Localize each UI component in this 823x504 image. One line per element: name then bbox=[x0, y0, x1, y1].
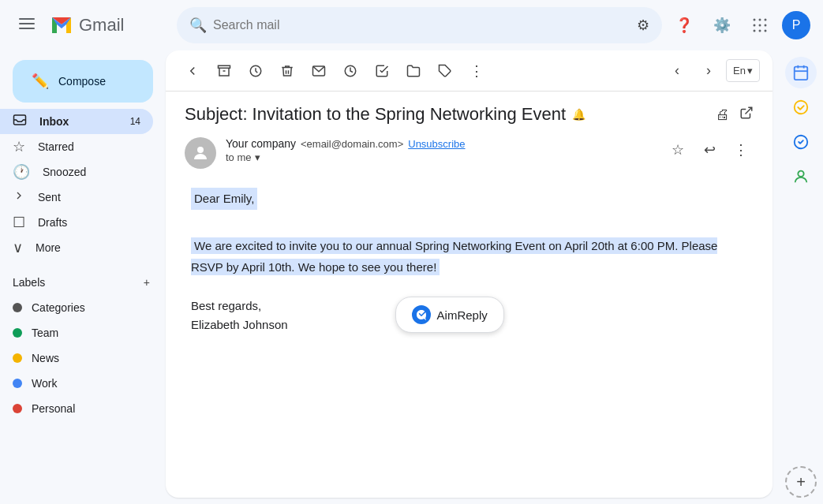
topbar: Gmail 🔍 ⚙ ❓ ⚙️ P bbox=[0, 0, 823, 50]
svg-rect-0 bbox=[19, 18, 35, 20]
label-button[interactable] bbox=[431, 57, 459, 85]
svg-point-7 bbox=[759, 24, 761, 27]
snoozed-label: Snoozed bbox=[43, 166, 140, 178]
right-panel-contacts[interactable] bbox=[785, 161, 817, 192]
starred-label: Starred bbox=[38, 140, 140, 153]
search-input[interactable] bbox=[213, 18, 630, 32]
sidebar-item-inbox[interactable]: Inbox 14 bbox=[0, 109, 153, 134]
sidebar: ✏️ Compose Inbox 14 ☆ Starred 🕐 Snoozed … bbox=[0, 50, 166, 504]
sidebar-item-snoozed[interactable]: 🕐 Snoozed bbox=[0, 159, 153, 185]
sender-display-name: Your company bbox=[226, 137, 296, 150]
snooze-button[interactable] bbox=[241, 57, 270, 85]
ai-reply-label: AimReply bbox=[437, 308, 488, 322]
ai-reply-container: AimReply bbox=[395, 297, 504, 333]
snoozed-icon: 🕐 bbox=[13, 163, 30, 181]
help-icon[interactable]: ❓ bbox=[668, 9, 700, 41]
work-dot bbox=[13, 379, 22, 388]
sidebar-item-starred[interactable]: ☆ Starred bbox=[0, 134, 153, 159]
email-header: Your company <email@domain.com> Unsubscr… bbox=[185, 137, 754, 169]
subject-text: Subject: Invitation to the Spring Networ… bbox=[185, 104, 566, 125]
reply-icon[interactable]: ↩ bbox=[697, 137, 722, 162]
to-label: to me bbox=[226, 151, 252, 163]
email-body: Subject: Invitation to the Spring Networ… bbox=[166, 91, 772, 498]
add-label-icon[interactable]: + bbox=[140, 273, 153, 292]
svg-point-25 bbox=[795, 101, 808, 114]
right-panel-tasks[interactable] bbox=[785, 91, 817, 123]
work-label: Work bbox=[32, 377, 57, 390]
sidebar-item-sent[interactable]: Sent bbox=[0, 185, 153, 210]
right-panel: + bbox=[779, 50, 823, 504]
menu-icon[interactable] bbox=[13, 9, 41, 42]
svg-line-18 bbox=[746, 107, 752, 114]
task-button[interactable] bbox=[368, 57, 396, 85]
categories-dot bbox=[13, 303, 22, 312]
svg-rect-2 bbox=[19, 28, 35, 29]
svg-rect-21 bbox=[795, 67, 808, 80]
lang-chevron-icon: ▾ bbox=[747, 65, 753, 77]
compose-button[interactable]: ✏️ Compose bbox=[13, 60, 153, 103]
email-header-actions: ☆ ↩ ⋮ bbox=[665, 137, 754, 162]
sidebar-item-drafts[interactable]: ☐ Drafts bbox=[0, 210, 153, 235]
label-team[interactable]: Team bbox=[0, 320, 153, 345]
print-icon[interactable]: 🖨 bbox=[716, 106, 730, 123]
svg-point-27 bbox=[798, 171, 803, 177]
email-area: ⋮ ‹ › En ▾ Subject: Invitation to the Sp… bbox=[166, 50, 772, 498]
inbox-label: Inbox bbox=[39, 115, 118, 128]
search-filter-icon[interactable]: ⚙ bbox=[637, 17, 649, 34]
labels-section: Labels + bbox=[0, 267, 166, 295]
ai-reply-button[interactable]: AimReply bbox=[395, 297, 504, 333]
settings-icon[interactable]: ⚙️ bbox=[706, 9, 738, 41]
label-categories[interactable]: Categories bbox=[0, 295, 153, 320]
subject-actions: 🖨 bbox=[716, 106, 754, 124]
label-news[interactable]: News bbox=[0, 345, 153, 371]
sender-email-address: <email@domain.com> bbox=[301, 138, 403, 150]
delete-button[interactable] bbox=[273, 57, 301, 85]
email-content: Dear Emily, We are excited to invite you… bbox=[185, 188, 754, 334]
sidebar-item-more[interactable]: ∨ More bbox=[0, 235, 153, 260]
svg-point-6 bbox=[754, 24, 756, 27]
language-button[interactable]: En ▾ bbox=[726, 59, 760, 82]
right-panel-keep[interactable] bbox=[785, 126, 817, 158]
more-header-icon[interactable]: ⋮ bbox=[728, 137, 754, 162]
right-panel-add[interactable]: + bbox=[785, 466, 817, 498]
nav-prev-button[interactable]: ‹ bbox=[663, 57, 691, 85]
snooze2-button[interactable] bbox=[336, 57, 365, 85]
open-in-new-icon[interactable] bbox=[739, 106, 754, 124]
more-actions-button[interactable]: ⋮ bbox=[462, 57, 491, 85]
right-panel-calendar[interactable] bbox=[785, 57, 817, 88]
signature-line2: Elizabeth Johnson bbox=[191, 315, 288, 334]
svg-point-8 bbox=[765, 24, 767, 27]
sent-label: Sent bbox=[38, 191, 140, 203]
nav-next-button[interactable]: › bbox=[694, 57, 723, 85]
move-button[interactable] bbox=[399, 57, 428, 85]
subject-bell-icon: 🔔 bbox=[572, 108, 585, 121]
topbar-logo: Gmail bbox=[13, 9, 170, 42]
label-work[interactable]: Work bbox=[0, 371, 153, 396]
to-expand-icon[interactable]: ▾ bbox=[255, 151, 260, 163]
personal-dot bbox=[13, 404, 22, 413]
news-dot bbox=[13, 353, 22, 363]
sender-avatar bbox=[185, 137, 216, 169]
signature-line1: Best regards, bbox=[191, 297, 288, 315]
lang-label: En bbox=[733, 65, 746, 77]
drafts-label: Drafts bbox=[38, 216, 140, 229]
compose-label: Compose bbox=[58, 75, 106, 88]
unsubscribe-link[interactable]: Unsubscribe bbox=[408, 138, 465, 150]
user-avatar[interactable]: P bbox=[782, 11, 810, 39]
svg-point-11 bbox=[765, 30, 767, 32]
apps-icon[interactable] bbox=[744, 9, 776, 41]
email-toolbar: ⋮ ‹ › En ▾ bbox=[166, 50, 772, 91]
star-icon[interactable]: ☆ bbox=[665, 137, 690, 162]
personal-label: Personal bbox=[32, 402, 75, 415]
archive-button[interactable] bbox=[210, 57, 238, 85]
svg-point-9 bbox=[754, 30, 756, 32]
main-layout: ✏️ Compose Inbox 14 ☆ Starred 🕐 Snoozed … bbox=[0, 50, 823, 504]
label-personal[interactable]: Personal bbox=[0, 396, 153, 421]
topbar-right: ❓ ⚙️ P bbox=[668, 9, 810, 41]
sender-name-row: Your company <email@domain.com> Unsubscr… bbox=[226, 137, 656, 150]
back-button[interactable] bbox=[178, 57, 207, 85]
email-signature: Best regards, Elizabeth Johnson bbox=[191, 297, 288, 334]
email-button[interactable] bbox=[305, 57, 333, 85]
team-dot bbox=[13, 328, 22, 338]
svg-point-10 bbox=[759, 30, 761, 32]
